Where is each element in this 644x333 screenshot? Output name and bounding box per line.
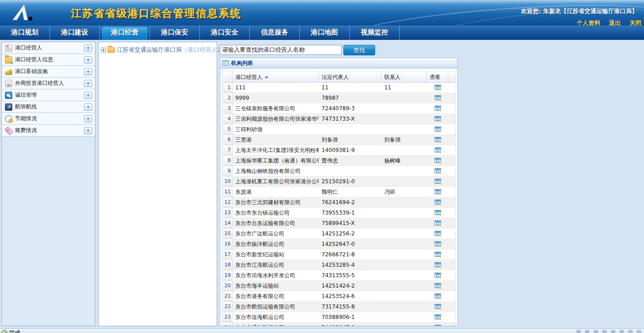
table-row[interactable]: 8上海振华重工集团（南通）有限公司曹伟忠杨树峰 bbox=[223, 156, 455, 166]
table-row[interactable]: 21东台市港务有限公司14253524-6 bbox=[223, 291, 455, 302]
table-row[interactable]: 9上海梅山钢铁股份有限公司 bbox=[223, 166, 455, 176]
view-cell bbox=[427, 270, 448, 280]
legal-rep-cell bbox=[319, 124, 381, 134]
expand-plus-button[interactable]: + bbox=[84, 44, 92, 52]
view-details-icon[interactable] bbox=[435, 95, 441, 103]
expand-plus-button[interactable]: + bbox=[84, 92, 92, 99]
table-row[interactable]: 5三得利砂场 bbox=[223, 124, 455, 135]
sidebar-item-5[interactable]: 诚信管理+ bbox=[2, 89, 95, 101]
tree-node-label[interactable]: 江苏省交通运输厅港口局 bbox=[117, 46, 182, 54]
search-input[interactable] bbox=[220, 45, 342, 55]
expand-plus-button[interactable]: + bbox=[84, 68, 92, 75]
column-header-legal-rep[interactable]: 法定代表人 bbox=[319, 71, 381, 82]
legal-rep-cell bbox=[319, 166, 381, 176]
table-row[interactable]: 24东台市通达航运公司74488947-8 bbox=[223, 323, 455, 326]
sidebar-item-3[interactable]: 港口基础设施+ bbox=[2, 66, 95, 78]
row-number-cell: 13 bbox=[223, 208, 233, 218]
view-details-icon[interactable] bbox=[435, 84, 441, 92]
table-row[interactable]: 2999978987 bbox=[223, 93, 455, 103]
table-row[interactable]: 11东原港魏明仁冯韬 bbox=[223, 187, 455, 197]
view-details-icon[interactable] bbox=[435, 157, 441, 165]
sidebar-item-7[interactable]: 节能情况+ bbox=[2, 113, 95, 125]
view-cell bbox=[427, 218, 448, 228]
table-row[interactable]: 12东台市三北郊建材有限公司76241694-2 bbox=[223, 197, 455, 208]
view-details-icon[interactable] bbox=[435, 272, 441, 280]
table-row[interactable]: 17东台市新世纪运输站72666721-8 bbox=[223, 250, 455, 260]
expand-plus-button[interactable]: + bbox=[84, 80, 92, 87]
nav-tab-3[interactable]: 港口经营 bbox=[100, 25, 150, 40]
expand-plus-button[interactable]: + bbox=[84, 115, 92, 122]
table-row[interactable]: 7上海太平洋化工(集团)淮安元明粉有...14009381-9 bbox=[223, 145, 455, 156]
nav-tab-6[interactable]: 信息服务 bbox=[250, 25, 300, 40]
operator-cell: 东台市通达航运公司 bbox=[233, 323, 319, 326]
expand-plus-button[interactable]: + bbox=[84, 56, 92, 64]
view-details-icon[interactable] bbox=[435, 137, 441, 144]
view-details-icon[interactable] bbox=[435, 324, 441, 326]
table-row[interactable]: 6三里港刘备强刘备强 bbox=[223, 135, 455, 145]
view-details-icon[interactable] bbox=[435, 189, 441, 196]
table-row[interactable]: 3三仓镇装卸服务有限公司72440789-3 bbox=[223, 103, 455, 114]
nav-tab-2[interactable]: 港口建设 bbox=[50, 25, 100, 40]
operator-cell: 111 bbox=[233, 83, 319, 93]
view-details-icon[interactable] bbox=[435, 251, 441, 259]
table-row[interactable]: 13东台市东台镇运输公司73955339-1 bbox=[223, 208, 455, 218]
view-details-icon[interactable] bbox=[435, 147, 441, 155]
view-details-icon[interactable] bbox=[435, 262, 441, 269]
column-header-contact[interactable]: 联系人 bbox=[381, 71, 427, 82]
profile-link[interactable]: 个人资料 bbox=[577, 20, 600, 25]
column-header-view[interactable]: 查看 bbox=[427, 71, 448, 82]
view-details-icon[interactable] bbox=[435, 168, 441, 176]
view-details-icon[interactable] bbox=[435, 304, 441, 311]
table-row[interactable]: 22东台市航悦运输有限公司73174155-8 bbox=[223, 302, 455, 312]
contact-cell bbox=[381, 176, 427, 186]
view-details-icon[interactable] bbox=[435, 220, 441, 228]
tree-node[interactable]: + 江苏省交通运输厅港口局（港口经营人2007） bbox=[101, 46, 217, 54]
nav-tab-5[interactable]: 港口安全 bbox=[200, 25, 250, 40]
table-row[interactable]: 10上海港机重工有限公司张家港分公司25150291-0 bbox=[223, 176, 455, 187]
search-button[interactable]: 查找 bbox=[343, 45, 375, 55]
nav-tab-1[interactable]: 港口规划 bbox=[0, 25, 50, 40]
column-header-operator[interactable]: 港口经营人 bbox=[233, 71, 319, 82]
table-row[interactable]: 14东台市台东运输有限公司75899415-X bbox=[223, 218, 455, 229]
view-details-icon[interactable] bbox=[435, 314, 441, 322]
view-details-icon[interactable] bbox=[435, 293, 441, 301]
expand-plus-button[interactable]: + bbox=[84, 127, 92, 134]
view-details-icon[interactable] bbox=[435, 241, 441, 249]
view-details-icon[interactable] bbox=[435, 178, 441, 186]
legal-rep-cell: 曹伟忠 bbox=[319, 156, 381, 166]
view-details-icon[interactable] bbox=[435, 230, 441, 238]
panel-title: 机构列表 bbox=[231, 59, 253, 67]
close-link[interactable]: 关闭 bbox=[629, 20, 641, 25]
view-details-icon[interactable] bbox=[435, 283, 441, 290]
table-row[interactable]: 4三吉利能源股份有限公司张家港华宇...74731733-X bbox=[223, 114, 455, 124]
column-header-operator-label: 港口经营人 bbox=[235, 74, 263, 80]
table-row[interactable]: 15东台市广达航运公司14251256-2 bbox=[223, 229, 455, 239]
table-row[interactable]: 19东台市沿海水利开发公司74313555-5 bbox=[223, 270, 455, 281]
row-number-cell: 23 bbox=[223, 312, 233, 323]
table-row[interactable]: 18东台市江淮航运公司14253285-4 bbox=[223, 260, 455, 270]
logout-link[interactable]: 退出 bbox=[609, 20, 621, 25]
table-row[interactable]: 20东台市海丰运输站14251424-2 bbox=[223, 281, 455, 291]
nav-tab-4[interactable]: 港口保安 bbox=[150, 25, 200, 40]
view-details-icon[interactable] bbox=[435, 116, 441, 123]
view-details-icon[interactable] bbox=[435, 105, 441, 113]
table-row[interactable]: 11111111 bbox=[223, 83, 455, 93]
sidebar-item-1[interactable]: 港口经营人+ bbox=[2, 42, 95, 54]
table-row[interactable]: 16东台市振洋航运公司14252647-0 bbox=[223, 239, 455, 250]
contact-cell bbox=[381, 218, 427, 228]
search-bar: 查找 bbox=[220, 45, 458, 56]
view-details-icon[interactable] bbox=[435, 126, 441, 134]
view-details-icon[interactable] bbox=[435, 210, 441, 217]
sidebar-item-6[interactable]: 航班航线+ bbox=[2, 101, 95, 113]
nav-tab-7[interactable]: 港口地图 bbox=[300, 25, 350, 40]
sidebar-item-2[interactable]: 港口经营人信息+ bbox=[2, 54, 95, 66]
view-details-icon[interactable] bbox=[435, 199, 441, 207]
sidebar-item-8[interactable]: 规费情况+ bbox=[2, 125, 95, 137]
main-panel: 查找 机构列表 bbox=[220, 40, 458, 326]
sidebar-item-4[interactable]: 外商投资港口经营人+ bbox=[2, 78, 95, 89]
table-row[interactable]: 23东台市连海航运公司70388906-1 bbox=[223, 312, 455, 323]
row-number-cell: 14 bbox=[223, 218, 233, 229]
expand-plus-button[interactable]: + bbox=[84, 103, 92, 111]
tree-expand-icon[interactable]: + bbox=[101, 48, 106, 53]
nav-tab-8[interactable]: 视频监控 bbox=[350, 25, 400, 40]
